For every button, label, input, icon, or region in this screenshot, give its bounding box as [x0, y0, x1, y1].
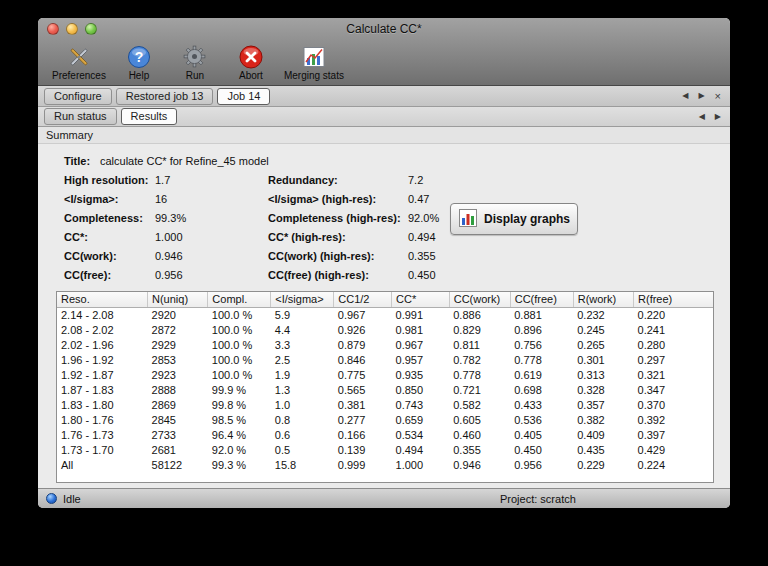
column-header[interactable]: R(work) — [573, 292, 633, 308]
column-header[interactable]: R(free) — [634, 292, 713, 308]
table-cell: 96.4 % — [208, 428, 271, 443]
table-cell: 0.896 — [510, 323, 573, 338]
table-row[interactable]: 1.96 - 1.922853100.0 %2.50.8460.9570.782… — [57, 353, 713, 368]
tab-close-icon[interactable]: × — [712, 89, 724, 103]
summary-label: Completeness (high-res): — [268, 212, 408, 224]
column-header[interactable]: CC* — [392, 292, 450, 308]
column-header[interactable]: CC1/2 — [334, 292, 392, 308]
table-cell: 2.02 - 1.96 — [57, 338, 148, 353]
tab-restored-job-13[interactable]: Restored job 13 — [116, 88, 214, 105]
table-cell: 2920 — [148, 308, 208, 324]
zoom-button[interactable] — [85, 23, 97, 35]
summary-value: 99.3% — [155, 212, 268, 224]
tab-scroll-right-icon[interactable]: ▶ — [695, 89, 707, 103]
table-cell: 0.619 — [510, 368, 573, 383]
toolbar-button-abort[interactable]: Abort — [228, 43, 274, 81]
table-cell: 100.0 % — [208, 338, 271, 353]
table-cell: 99.9 % — [208, 383, 271, 398]
table-cell: 2869 — [148, 398, 208, 413]
close-button[interactable] — [47, 23, 59, 35]
table-row[interactable]: All5812299.3 %15.80.9991.0000.9460.9560.… — [57, 458, 713, 473]
tab-job-14[interactable]: Job 14 — [217, 88, 270, 105]
table-row[interactable]: 1.73 - 1.70268192.0 %0.50.1390.4940.3550… — [57, 443, 713, 458]
toolbar-button-run[interactable]: Run — [172, 43, 218, 81]
table-cell: 0.382 — [573, 413, 633, 428]
table-row[interactable]: 2.02 - 1.962929100.0 %3.30.8790.9670.811… — [57, 338, 713, 353]
table-cell: 2929 — [148, 338, 208, 353]
table-cell: 1.76 - 1.73 — [57, 428, 148, 443]
toolbar-button-merging-stats[interactable]: Merging stats — [284, 43, 344, 81]
table-cell: 0.297 — [634, 353, 713, 368]
table-cell: 0.5 — [271, 443, 334, 458]
table-cell: 0.881 — [510, 308, 573, 324]
table-row[interactable]: 1.83 - 1.80286999.8 %1.00.3810.7430.5820… — [57, 398, 713, 413]
svg-text:?: ? — [135, 49, 144, 65]
desktop-background: Calculate CC* Preferences — [0, 0, 768, 566]
table-row[interactable]: 2.08 - 2.022872100.0 %4.40.9260.9810.829… — [57, 323, 713, 338]
results-table-head-row: Reso.N(uniq)Compl.<I/sigma>CC1/2CC*CC(wo… — [57, 292, 713, 308]
table-row[interactable]: 1.80 - 1.76284598.5 %0.80.2770.6590.6050… — [57, 413, 713, 428]
table-cell: 0.946 — [449, 458, 510, 473]
summary-label: High resolution: — [64, 174, 155, 186]
table-row[interactable]: 2.14 - 2.082920100.0 %5.90.9670.9910.886… — [57, 308, 713, 324]
table-cell: 0.782 — [449, 353, 510, 368]
results-table-container[interactable]: Reso.N(uniq)Compl.<I/sigma>CC1/2CC*CC(wo… — [56, 291, 714, 483]
titlebar[interactable]: Calculate CC* — [38, 18, 730, 40]
toolbar-label: Run — [186, 70, 204, 81]
column-header[interactable]: Reso. — [57, 292, 148, 308]
summary-value: 0.946 — [155, 250, 268, 262]
tab-run-status[interactable]: Run status — [44, 108, 117, 125]
tab-scroll-left-icon[interactable]: ◀ — [679, 89, 691, 103]
toolbar-button-help[interactable]: ? Help — [116, 43, 162, 81]
table-row[interactable]: 1.76 - 1.73273396.4 %0.60.1660.5340.4600… — [57, 428, 713, 443]
column-header[interactable]: CC(work) — [449, 292, 510, 308]
summary-value: 16 — [155, 193, 268, 205]
summary-label: CC(work): — [64, 250, 155, 262]
table-cell: 0.232 — [573, 308, 633, 324]
table-cell: 100.0 % — [208, 368, 271, 383]
summary-title-value: calculate CC* for Refine_45 model — [100, 155, 269, 167]
table-cell: 1.92 - 1.87 — [57, 368, 148, 383]
summary-row: Completeness:99.3%Completeness (high-res… — [64, 208, 714, 227]
abort-icon — [238, 43, 264, 70]
table-cell: 99.8 % — [208, 398, 271, 413]
display-graphs-button[interactable]: Display graphs — [450, 203, 578, 235]
table-cell: 0.756 — [510, 338, 573, 353]
display-graphs-label: Display graphs — [484, 212, 570, 226]
summary-label: CC* (high-res): — [268, 231, 408, 243]
summary-value: 0.355 — [408, 250, 480, 262]
column-header[interactable]: Compl. — [208, 292, 271, 308]
run-gear-icon — [182, 43, 207, 70]
table-row[interactable]: 1.92 - 1.872923100.0 %1.90.7750.9350.778… — [57, 368, 713, 383]
table-cell: 0.433 — [510, 398, 573, 413]
table-cell: 98.5 % — [208, 413, 271, 428]
table-cell: 2.14 - 2.08 — [57, 308, 148, 324]
table-cell: 0.981 — [392, 323, 450, 338]
summary-value: 1.000 — [155, 231, 268, 243]
table-cell: 1.000 — [392, 458, 450, 473]
table-cell: 0.698 — [510, 383, 573, 398]
toolbar-button-preferences[interactable]: Preferences — [52, 43, 106, 81]
summary-label: <I/sigma> (high-res): — [268, 193, 408, 205]
table-cell: 0.967 — [392, 338, 450, 353]
window-top-chrome: Calculate CC* Preferences — [38, 18, 730, 86]
summary-grid: High resolution:1.7Redundancy:7.2<I/sigm… — [64, 170, 714, 284]
column-header[interactable]: N(uniq) — [148, 292, 208, 308]
table-cell: 0.534 — [392, 428, 450, 443]
table-row[interactable]: 1.87 - 1.83288899.9 %1.30.5650.8500.7210… — [57, 383, 713, 398]
column-header[interactable]: CC(free) — [510, 292, 573, 308]
project-label: Project: scratch — [500, 493, 576, 505]
tab-scroll-left-icon[interactable]: ◀ — [696, 110, 708, 124]
table-cell: 100.0 % — [208, 353, 271, 368]
tab-results[interactable]: Results — [121, 108, 178, 125]
table-cell: 2845 — [148, 413, 208, 428]
app-window: Calculate CC* Preferences — [38, 18, 730, 508]
tab-scroll-right-icon[interactable]: ▶ — [712, 110, 724, 124]
tab-configure[interactable]: Configure — [44, 88, 112, 105]
column-header[interactable]: <I/sigma> — [271, 292, 334, 308]
table-cell: 0.357 — [573, 398, 633, 413]
summary-value: 0.450 — [408, 269, 480, 281]
table-cell: 0.991 — [392, 308, 450, 324]
minimize-button[interactable] — [66, 23, 78, 35]
table-cell: 2.08 - 2.02 — [57, 323, 148, 338]
